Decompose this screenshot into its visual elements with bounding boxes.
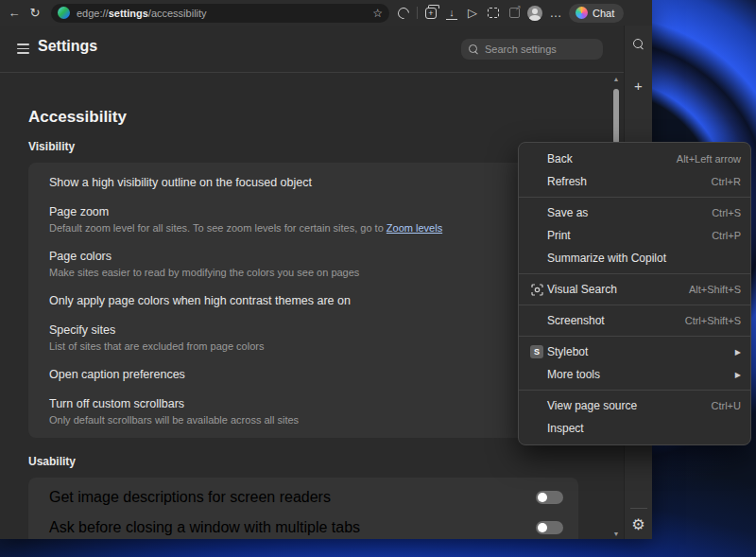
share-arrow: ↗ [515, 4, 522, 12]
setting-row-caption-preferences[interactable]: Open caption preferences [28, 359, 578, 389]
menu-item-stylebot[interactable]: S Stylebot ▶ [519, 340, 750, 363]
section-usability-label: Usability [28, 455, 610, 468]
row-title: Only apply page colors when high contras… [49, 293, 558, 308]
setting-row-ask-before-closing[interactable]: Ask before closing a window with multipl… [28, 513, 578, 539]
menu-separator [519, 336, 750, 337]
settings-search-box[interactable] [461, 39, 603, 60]
collections-glyph: + [425, 8, 437, 19]
url-path: /accessibility [148, 8, 207, 19]
setting-row-high-contrast-only[interactable]: Only apply page colors when high contras… [28, 286, 578, 315]
menu-separator [519, 197, 750, 198]
share-icon[interactable]: ↗ [504, 3, 524, 24]
menu-shortcut: Ctrl+Shift+S [685, 315, 741, 326]
sidebar-divider [630, 508, 647, 509]
collections-icon[interactable]: + [421, 3, 441, 24]
stylebot-icon: S [526, 345, 547, 358]
settings-header: Settings [0, 26, 624, 73]
chat-label: Chat [593, 8, 614, 19]
menu-label: Back [547, 152, 573, 165]
stylebot-badge: S [530, 345, 543, 358]
row-title: Show a high visibility outline on the fo… [49, 175, 558, 190]
menu-shortcut: Ctrl+P [712, 230, 741, 241]
settings-search-input[interactable] [485, 44, 619, 55]
menu-item-visual-search[interactable]: Visual Search Alt+Shift+S [519, 278, 750, 301]
downloads-glyph: ↓ [445, 7, 458, 20]
favorite-star-icon[interactable]: ☆ [372, 7, 383, 20]
send-to-devices-icon[interactable]: ▷ [462, 3, 483, 24]
menu-label: View page source [547, 399, 637, 412]
menu-shortcut: Ctrl+U [712, 400, 741, 411]
image-descriptions-toggle[interactable] [536, 491, 563, 504]
menu-label: More tools [547, 368, 600, 381]
avatar-glyph [527, 6, 542, 21]
row-title: Page colors [49, 249, 558, 264]
menu-label: Print [547, 229, 571, 242]
setting-row-custom-scrollbars[interactable]: Turn off custom scrollbars Only default … [28, 389, 578, 433]
downloads-icon[interactable]: ↓ [441, 3, 462, 24]
url-prefix: edge:// [77, 8, 109, 19]
menu-item-print[interactable]: Print Ctrl+P [519, 224, 750, 247]
settings-title: Settings [38, 38, 97, 55]
menu-item-inspect[interactable]: Inspect [519, 417, 750, 440]
profile-avatar[interactable] [524, 3, 545, 24]
row-desc-text: Default zoom level for all sites. To see… [49, 222, 387, 234]
menu-shortcut: Alt+Shift+S [689, 284, 741, 295]
menu-item-summarize-with-copilot[interactable]: Summarize with Copilot [519, 247, 750, 270]
menu-item-more-tools[interactable]: More tools ▶ [519, 363, 750, 386]
toolbar-divider [417, 7, 418, 19]
usability-card: Get image descriptions for screen reader… [28, 478, 578, 539]
sidebar-search-icon[interactable] [633, 39, 644, 50]
menu-item-back[interactable]: Back Alt+Left arrow [519, 148, 750, 170]
sidebar-settings-gear-icon[interactable]: ⚙ [631, 517, 644, 532]
scrollbar-thumb[interactable] [613, 89, 619, 144]
visual-search-icon [526, 284, 547, 296]
capture-glyph [488, 8, 499, 18]
copilot-chat-button[interactable]: Chat [569, 4, 624, 23]
submenu-arrow-icon: ▶ [735, 371, 741, 379]
scrollbar-down-icon[interactable]: ▼ [610, 531, 622, 537]
screen: ← ↻ edge://settings/accessibility ☆ + ↓ … [0, 0, 756, 557]
address-bar[interactable]: edge://settings/accessibility ☆ [51, 4, 389, 23]
cookie-icon[interactable] [393, 3, 414, 24]
row-title: Open caption preferences [49, 367, 558, 382]
page-title: Accessibility [28, 108, 610, 127]
download-arrow: ↓ [449, 7, 455, 18]
setting-row-specify-sites[interactable]: Specify sites List of sites that are exc… [28, 315, 578, 359]
setting-row-high-visibility-outline[interactable]: Show a high visibility outline on the fo… [28, 167, 578, 197]
ask-before-closing-toggle[interactable] [536, 521, 563, 534]
setting-row-page-colors[interactable]: Page colors Make sites easier to read by… [28, 241, 578, 286]
row-description: Only default scrollbars will be availabl… [49, 413, 558, 426]
submenu-arrow-icon: ▶ [735, 348, 741, 357]
menu-item-save-as[interactable]: Save as Ctrl+S [519, 201, 750, 224]
row-title: Specify sites [49, 322, 558, 338]
scrollbar-up-icon[interactable]: ▲ [610, 76, 622, 82]
hamburger-menu-icon[interactable] [17, 44, 29, 54]
menu-item-view-page-source[interactable]: View page source Ctrl+U [519, 394, 750, 417]
menu-shortcut: Ctrl+R [712, 176, 741, 187]
menu-item-refresh[interactable]: Refresh Ctrl+R [519, 170, 750, 193]
menu-label: Stylebot [547, 345, 588, 358]
more-menu-icon[interactable]: … [545, 3, 566, 24]
url-host: settings [109, 8, 148, 19]
sidebar-add-icon[interactable]: + [634, 78, 643, 93]
row-title: Turn off custom scrollbars [49, 396, 558, 411]
zoom-levels-link[interactable]: Zoom levels [387, 222, 442, 234]
menu-label: Summarize with Copilot [547, 252, 666, 265]
menu-label: Refresh [547, 175, 587, 188]
row-description: Make sites easier to read by modifying t… [49, 266, 558, 279]
menu-separator [519, 305, 750, 305]
menu-separator [519, 390, 750, 391]
menu-label: Save as [547, 206, 588, 219]
cookie-glyph [396, 5, 412, 21]
menu-label: Visual Search [547, 283, 617, 296]
menu-label: Inspect [547, 422, 584, 435]
visibility-card: Show a high visibility outline on the fo… [28, 163, 578, 438]
web-capture-icon[interactable] [483, 3, 504, 24]
setting-row-image-descriptions[interactable]: Get image descriptions for screen reader… [28, 482, 578, 513]
back-icon[interactable]: ← [4, 3, 25, 24]
toggle-knob [538, 493, 547, 502]
menu-label: Screenshot [547, 314, 605, 327]
refresh-icon[interactable]: ↻ [25, 3, 45, 24]
setting-row-page-zoom[interactable]: Page zoom Default zoom level for all sit… [28, 197, 578, 241]
menu-item-screenshot[interactable]: Screenshot Ctrl+Shift+S [519, 309, 750, 332]
